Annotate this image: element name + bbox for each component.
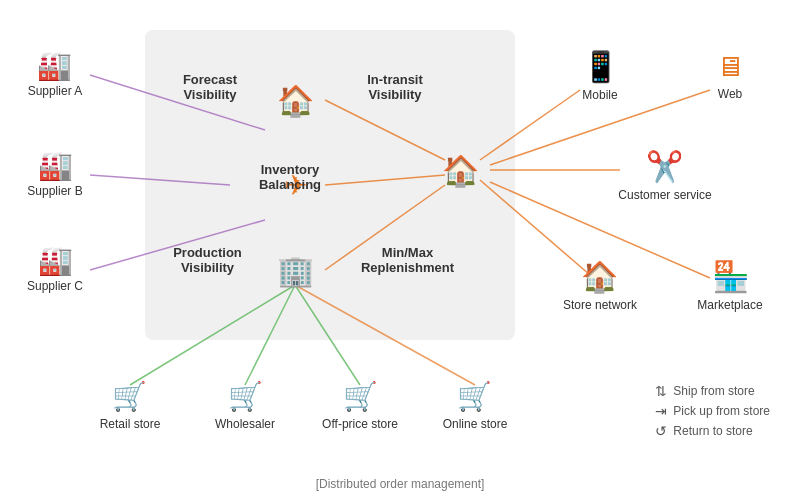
- warehouse-right-node: 🏠: [442, 153, 479, 188]
- supplier-a-label: Supplier A: [28, 84, 83, 98]
- off-price-store-icon: 🛒: [343, 380, 378, 413]
- web-icon: 🖥: [716, 50, 744, 83]
- legend-return-item: ↺ Return to store: [655, 423, 770, 439]
- supplier-b-node: 🏭 Supplier B: [27, 152, 82, 198]
- wholesaler-label: Wholesaler: [215, 417, 275, 431]
- store-network-icon: 🏠: [581, 259, 618, 294]
- marketplace-label: Marketplace: [697, 298, 762, 312]
- mobile-icon: 📱: [582, 49, 619, 84]
- hub-top-icon: 🏠: [277, 83, 314, 118]
- pick-up-from-store-label: Pick up from store: [673, 404, 770, 418]
- supplier-c-icon: 🏭: [38, 247, 73, 275]
- diagram-caption: [Distributed order management]: [316, 477, 485, 491]
- ship-from-store-label: Ship from store: [673, 384, 754, 398]
- legend: ⇅ Ship from store ⇥ Pick up from store ↺…: [655, 383, 770, 443]
- in-transit-visibility-label: In-transit Visibility: [335, 72, 455, 102]
- supplier-b-label: Supplier B: [27, 184, 82, 198]
- mobile-node: 📱 Mobile: [582, 49, 619, 102]
- legend-pickup-item: ⇥ Pick up from store: [655, 403, 770, 419]
- web-label: Web: [718, 87, 742, 101]
- legend-ship-item: ⇅ Ship from store: [655, 383, 770, 399]
- store-network-label: Store network: [563, 298, 637, 312]
- online-store-label: Online store: [443, 417, 508, 431]
- customer-service-node: ✂️ Customer service: [618, 149, 711, 202]
- inventory-balancing-label: Inventory Balancing: [225, 162, 355, 192]
- supplier-a-node: 🏭 Supplier A: [28, 52, 83, 98]
- warehouse-right-icon: 🏠: [442, 153, 479, 188]
- marketplace-icon: 🏪: [712, 259, 749, 294]
- forecast-visibility-label: Forecast Visibility: [155, 72, 265, 102]
- supplier-c-label: Supplier C: [27, 279, 83, 293]
- wholesaler-node: 🛒 Wholesaler: [215, 380, 275, 431]
- off-price-store-label: Off-price store: [322, 417, 398, 431]
- online-store-node: 🛒 Online store: [443, 380, 508, 431]
- retail-store-icon: 🛒: [112, 380, 147, 413]
- ship-from-store-icon: ⇅: [655, 383, 667, 399]
- online-store-icon: 🛒: [457, 380, 492, 413]
- pick-up-from-store-icon: ⇥: [655, 403, 667, 419]
- customer-service-label: Customer service: [618, 188, 711, 202]
- return-to-store-icon: ↺: [655, 423, 667, 439]
- diagram-container: 🏭 Supplier A 🏭 Supplier B 🏭 Supplier C 🏠…: [0, 0, 800, 503]
- hub-bot-icon: 🏢: [277, 253, 314, 288]
- off-price-store-node: 🛒 Off-price store: [322, 380, 398, 431]
- supplier-c-node: 🏭 Supplier C: [27, 247, 83, 293]
- store-network-node: 🏠 Store network: [563, 259, 637, 312]
- return-to-store-label: Return to store: [673, 424, 752, 438]
- supplier-a-icon: 🏭: [37, 52, 72, 80]
- customer-service-icon: ✂️: [646, 149, 683, 184]
- web-node: 🖥 Web: [716, 50, 744, 101]
- retail-store-label: Retail store: [100, 417, 161, 431]
- mobile-label: Mobile: [582, 88, 617, 102]
- min-max-replenishment-label: Min/Max Replenishment: [340, 245, 475, 275]
- supplier-b-icon: 🏭: [38, 152, 73, 180]
- hub-top-node: 🏠: [277, 83, 314, 118]
- marketplace-node: 🏪 Marketplace: [697, 259, 762, 312]
- retail-store-node: 🛒 Retail store: [100, 380, 161, 431]
- wholesaler-icon: 🛒: [228, 380, 263, 413]
- hub-bot-node: 🏢: [277, 253, 314, 288]
- production-visibility-label: Production Visibility: [150, 245, 265, 275]
